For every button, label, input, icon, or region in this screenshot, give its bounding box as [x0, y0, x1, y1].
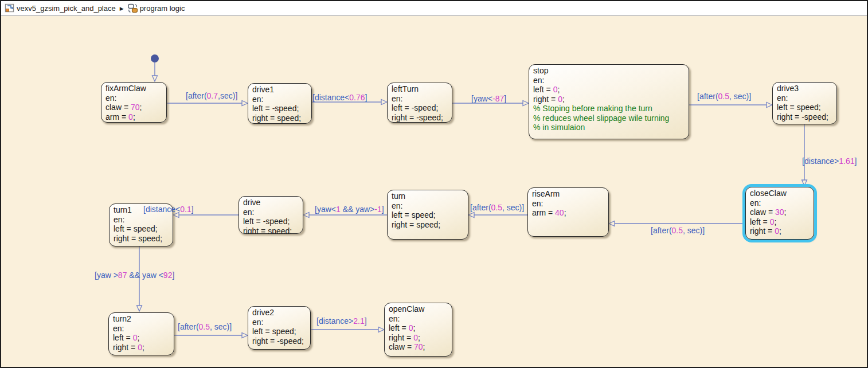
state-title: drive1	[252, 85, 309, 95]
state-title: turn2	[113, 314, 171, 324]
transition-drive2-to-openClaw[interactable]	[311, 327, 384, 332]
text-segment: en:	[750, 198, 761, 208]
text-segment: 0.76	[349, 93, 365, 102]
state-drive1[interactable]: drive1en:left = -speed;right = speed;	[248, 83, 312, 124]
state-openClaw[interactable]: openClawen:left = 0;right = 0;claw = 70;	[384, 303, 452, 357]
text-segment: -87	[492, 94, 504, 103]
transition-label-drive3-to-closeClaw[interactable]: [distance>1.61]	[802, 157, 857, 166]
transition-label-closeClaw-to-riseArm[interactable]: [after(0.5, sec)]	[651, 226, 705, 235]
text-segment: en:	[533, 76, 544, 85]
text-segment: ]	[191, 205, 194, 214]
text-segment: -1	[374, 205, 381, 214]
state-code-line: en:	[252, 95, 309, 104]
text-segment: openClaw	[389, 304, 424, 314]
text-segment: ;	[140, 103, 142, 112]
state-leftTurn[interactable]: leftTurnen:left = -speed;right = -speed;	[387, 83, 452, 123]
text-segment: right = speed;	[243, 226, 292, 234]
transition-label-drive-to-turn1[interactable]: [distance<0.1]	[143, 205, 194, 214]
state-drive2[interactable]: drive2en:left = speed;right = -speed;	[248, 306, 311, 350]
state-closeClaw[interactable]: closeClawen:claw = 30;left = 0;right = 0…	[745, 187, 814, 240]
text-segment: 0	[128, 112, 133, 122]
state-code-line: right = 0;	[389, 333, 449, 343]
text-segment: 0	[558, 95, 562, 104]
text-segment: en:	[389, 314, 400, 323]
text-segment: [after(	[697, 92, 718, 101]
state-code-line: en:	[389, 314, 449, 324]
state-code-line: en:	[750, 198, 811, 208]
text-segment: leftTurn	[392, 84, 419, 93]
breadcrumb-separator-icon: ▶	[120, 6, 124, 11]
breadcrumb-chart[interactable]: program logic	[140, 4, 185, 13]
transition-label-turn-to-drive[interactable]: [yaw<1 && yaw>-1]	[315, 205, 384, 214]
transition-label-turn2-to-drive2[interactable]: [after(0.5, sec)]	[178, 323, 232, 331]
text-segment: 0.5	[491, 203, 502, 212]
state-code-line: right = 0;	[533, 95, 686, 104]
text-segment: en:	[252, 95, 263, 104]
initial-state-node[interactable]	[151, 54, 159, 62]
text-segment: [yaw<	[315, 205, 336, 214]
transition-label-riseArm-to-turn[interactable]: [after(0.5, sec)]	[470, 203, 524, 212]
state-code-line: en:	[392, 94, 449, 104]
state-turn[interactable]: turnen:left = speed;right = speed;	[387, 190, 468, 240]
breadcrumb-model[interactable]: vexv5_gzsim_pick_and_place	[17, 4, 116, 13]
transition-label-drive2-to-openClaw[interactable]: [distance>2.1]	[316, 317, 367, 326]
text-segment: left = speed;	[392, 210, 436, 220]
text-segment: && yaw <	[127, 271, 163, 280]
state-code-line: right = 0;	[113, 343, 171, 353]
text-segment: claw =	[750, 208, 775, 217]
text-segment: ;	[562, 95, 565, 104]
transition-label-fixArmClaw-to-drive1[interactable]: [after(0.7,sec)]	[186, 92, 237, 100]
state-drive3[interactable]: drive3en:left = speed;right = -speed;	[772, 82, 837, 124]
transition-stop-to-drive3[interactable]	[689, 103, 772, 108]
state-drive[interactable]: driveen:left = -speed;right = speed;	[238, 196, 303, 234]
text-segment: 70	[131, 103, 140, 112]
text-segment: right = -speed;	[392, 113, 443, 122]
text-segment: right = speed;	[114, 234, 162, 243]
state-fixArmClaw[interactable]: fixArmClawen:claw = 70;arm = 0;	[101, 82, 167, 123]
transition-riseArm-to-turn[interactable]	[468, 213, 527, 218]
state-code-line: % Stoping before making the turn	[533, 104, 686, 113]
text-segment: ;	[413, 323, 415, 332]
text-segment: left =	[389, 323, 409, 332]
transition-label-stop-to-drive3[interactable]: [after(0.5, sec)]	[697, 92, 751, 101]
transition-label-leftTurn-to-stop[interactable]: [yaw<-87]	[471, 95, 506, 103]
text-segment: ;	[418, 333, 420, 342]
state-code-line: left = speed;	[777, 103, 834, 112]
state-title: fixArmClaw	[105, 84, 164, 93]
text-segment: right = speed;	[392, 220, 440, 229]
chart-canvas[interactable]: fixArmClawen:claw = 70;arm = 0;drive1en:…	[1, 16, 867, 367]
text-segment: turn1	[114, 205, 132, 214]
state-code-line: claw = 70;	[389, 342, 449, 352]
transition-turn2-to-drive2[interactable]	[174, 333, 248, 338]
state-code-line: en:	[392, 201, 466, 211]
text-segment: 1	[336, 205, 341, 214]
state-code-line: arm = 40;	[532, 208, 606, 218]
state-riseArm[interactable]: riseArmen:arm = 40;	[527, 187, 609, 237]
text-segment: 92	[163, 271, 173, 280]
state-code-line: right = 0;	[750, 226, 811, 236]
state-code-line: right = speed;	[392, 220, 466, 230]
text-segment: left =	[750, 217, 770, 226]
state-stop[interactable]: stopen:left = 0;right = 0;% Stoping befo…	[529, 64, 689, 139]
text-segment: right = speed;	[252, 113, 301, 123]
text-segment: arm =	[105, 112, 128, 122]
text-segment: left = -speed;	[252, 104, 299, 113]
text-segment: 0	[775, 226, 779, 236]
text-segment: ;	[137, 333, 139, 342]
text-segment: right =	[389, 333, 413, 342]
text-segment: 0.5	[199, 322, 210, 331]
state-code-line: en:	[777, 93, 834, 103]
transition-label-drive1-to-leftTurn[interactable]: [distance<0.76]	[312, 93, 367, 102]
state-title: riseArm	[532, 189, 606, 199]
state-code-line: en:	[113, 324, 171, 334]
state-code-line: claw = 30;	[750, 208, 811, 217]
state-turn2[interactable]: turn2en:left = 0;right = 0;	[108, 312, 174, 355]
default-transition[interactable]	[151, 54, 159, 81]
state-code-line: en:	[114, 215, 170, 225]
state-code-line: % in simulaion	[533, 123, 686, 132]
text-segment: [after(	[470, 203, 491, 212]
transition-fixArmClaw-to-drive1[interactable]	[167, 101, 248, 106]
transition-drive3-to-closeClaw[interactable]	[802, 124, 807, 186]
transition-label-turn1-to-turn2[interactable]: [yaw >87 && yaw <92]	[95, 271, 174, 280]
text-segment: [after(	[178, 322, 199, 331]
